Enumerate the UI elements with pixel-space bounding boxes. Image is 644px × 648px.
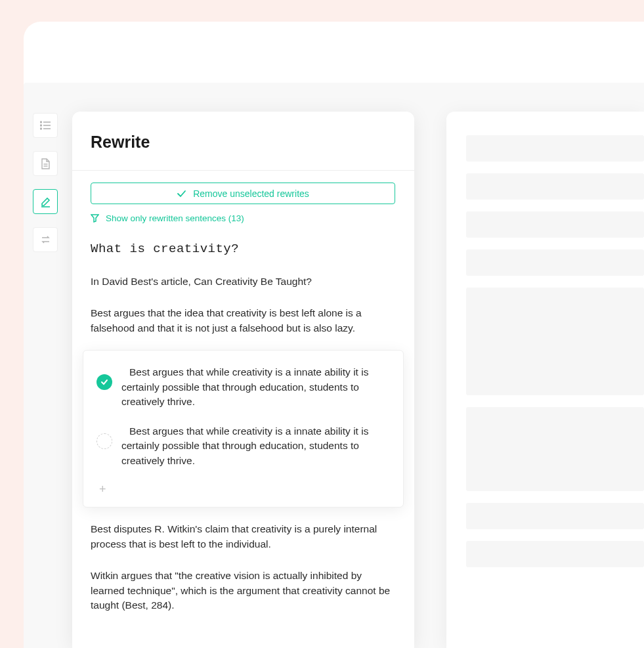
question-heading: What is creativity?	[91, 242, 396, 256]
panel-title: Rewrite	[91, 133, 396, 152]
svg-point-2	[40, 125, 41, 126]
paragraph-2: Best argues that the idea that creativit…	[91, 306, 396, 335]
show-only-label: Show only rewritten sentences (13)	[106, 213, 244, 223]
add-option-button[interactable]: +	[97, 483, 390, 499]
panel-actions: Remove unselected rewrites Show only rew…	[72, 171, 414, 223]
rewrite-panel: Rewrite Remove unselected rewrites Show …	[72, 112, 414, 648]
option-radio-selected[interactable]	[97, 374, 112, 390]
placeholder-block	[466, 503, 644, 529]
panel-header: Rewrite	[72, 112, 414, 171]
document-icon	[41, 158, 51, 169]
placeholder-block	[466, 407, 644, 491]
rewrite-option[interactable]: Best argues that while creativity is a i…	[97, 365, 390, 409]
sidebar	[33, 113, 58, 252]
remove-unselected-button[interactable]: Remove unselected rewrites	[91, 183, 395, 204]
paragraph-1: In David Best's article, Can Creativity …	[91, 274, 396, 289]
option-text: Best argues that while creativity is a i…	[121, 365, 390, 409]
check-icon	[177, 190, 186, 198]
option-radio-unselected[interactable]	[97, 433, 112, 449]
svg-point-0	[40, 121, 41, 123]
placeholder-block	[466, 211, 644, 238]
option-text: Best argues that while creativity is a i…	[121, 424, 390, 468]
repeat-icon	[40, 235, 51, 244]
placeholder-block	[466, 541, 644, 567]
paragraph-3: Best disputes R. Witkin's claim that cre…	[91, 522, 396, 551]
paragraph-4: Witkin argues that "the creative vision …	[91, 569, 396, 613]
content-area: What is creativity? In David Best's arti…	[72, 223, 414, 613]
rewrite-options-card: Best argues that while creativity is a i…	[83, 350, 404, 508]
right-preview-panel	[446, 112, 644, 648]
remove-btn-label: Remove unselected rewrites	[193, 188, 309, 199]
check-icon	[100, 379, 108, 385]
sidebar-list-icon[interactable]	[33, 113, 58, 138]
placeholder-block	[466, 288, 644, 395]
pencil-icon	[40, 196, 51, 207]
placeholder-block	[466, 173, 644, 200]
show-only-toggle[interactable]: Show only rewritten sentences (13)	[91, 213, 396, 223]
sidebar-document-icon[interactable]	[33, 151, 58, 176]
list-icon	[40, 121, 51, 130]
placeholder-block	[466, 135, 644, 162]
sidebar-edit-icon[interactable]	[33, 189, 58, 214]
filter-icon	[91, 214, 99, 223]
rewrite-option[interactable]: Best argues that while creativity is a i…	[97, 424, 390, 468]
svg-point-4	[40, 128, 41, 129]
placeholder-block	[466, 249, 644, 276]
sidebar-repeat-icon[interactable]	[33, 227, 58, 252]
